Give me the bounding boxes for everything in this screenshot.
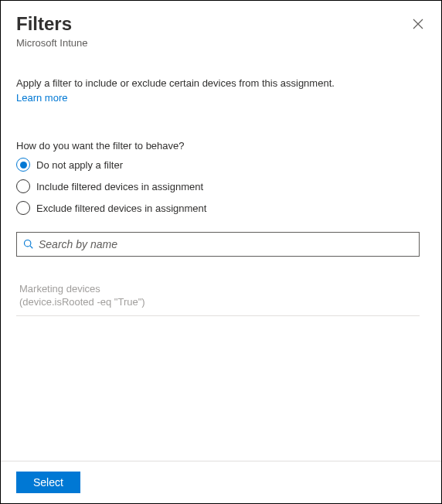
radio-label: Include filtered devices in assignment: [36, 181, 203, 192]
filter-item-rule: (device.isRooted -eq "True"): [19, 296, 416, 309]
radio-label: Do not apply a filter: [36, 159, 123, 171]
svg-point-0: [24, 240, 30, 247]
select-button[interactable]: Select: [16, 472, 80, 493]
search-field-wrapper[interactable]: [16, 232, 420, 257]
search-icon: [23, 239, 34, 250]
behavior-question-label: How do you want the filter to behave?: [16, 140, 420, 152]
radio-label: Exclude filtered devices in assignment: [36, 203, 206, 214]
svg-line-1: [30, 246, 32, 248]
panel-header: Filters Microsoft Intune: [1, 1, 441, 55]
learn-more-link[interactable]: Learn more: [16, 92, 67, 104]
panel-title: Filters: [16, 13, 426, 36]
radio-option-exclude[interactable]: Exclude filtered devices in assignment: [16, 201, 420, 215]
radio-icon: [16, 201, 30, 215]
radio-option-do-not-apply[interactable]: Do not apply a filter: [16, 158, 420, 172]
content-scroll[interactable]: Apply a filter to include or exclude cer…: [1, 77, 435, 457]
behavior-radio-group: Do not apply a filter Include filtered d…: [16, 158, 420, 215]
filter-list-item[interactable]: Marketing devices (device.isRooted -eq "…: [16, 278, 420, 316]
intro-text: Apply a filter to include or exclude cer…: [16, 77, 420, 90]
radio-option-include[interactable]: Include filtered devices in assignment: [16, 179, 420, 193]
panel-subtitle: Microsoft Intune: [16, 37, 426, 49]
radio-icon: [16, 179, 30, 193]
spacer: [16, 316, 420, 457]
radio-icon: [16, 158, 30, 172]
filter-list: Marketing devices (device.isRooted -eq "…: [16, 278, 420, 316]
filter-item-name: Marketing devices: [19, 283, 416, 296]
close-icon: [413, 19, 423, 29]
panel-footer: Select: [1, 461, 441, 503]
search-input[interactable]: [39, 238, 413, 250]
close-button[interactable]: [409, 15, 427, 33]
